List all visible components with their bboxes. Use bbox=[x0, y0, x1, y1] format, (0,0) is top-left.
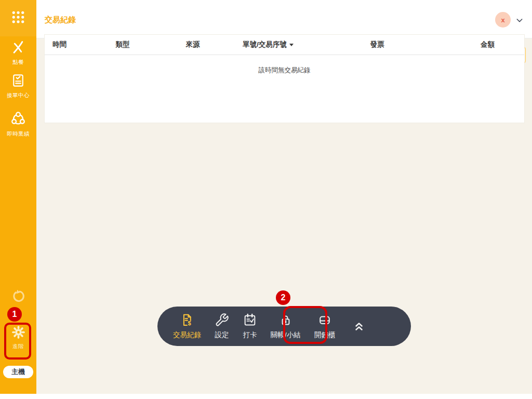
order-doc-icon bbox=[10, 73, 26, 90]
svg-text:$: $ bbox=[188, 320, 191, 326]
avatar-letter: x bbox=[501, 16, 504, 24]
sidebar-item-advanced[interactable]: 進階 bbox=[0, 325, 36, 350]
toolbar-item-label: 關帳/小結 bbox=[271, 330, 301, 340]
empty-state-message: 該時間無交易紀錄 bbox=[45, 66, 524, 75]
gear-icon bbox=[11, 325, 25, 341]
toolbar-item-close-account[interactable]: 關帳/小結 bbox=[271, 313, 301, 340]
column-header-time: 時間 bbox=[45, 40, 91, 49]
network-icon bbox=[10, 110, 26, 129]
toolbar-item-label: 開錢櫃 bbox=[314, 330, 336, 340]
calendar-check-icon bbox=[243, 313, 257, 329]
x-logo-icon bbox=[10, 39, 26, 57]
toolbar-collapse-button[interactable] bbox=[353, 320, 365, 333]
column-header-order-serial[interactable]: 單號/交易序號 bbox=[232, 40, 304, 49]
sort-caret-icon bbox=[289, 44, 294, 46]
wrench-icon bbox=[215, 313, 229, 329]
annotation-step-2-badge: 2 bbox=[276, 290, 290, 305]
toolbar-item-clock-in[interactable]: 打卡 bbox=[243, 313, 257, 340]
sidebar-item-label: 即時業績 bbox=[7, 130, 30, 138]
column-header-label: 單號/交易序號 bbox=[243, 41, 287, 48]
sidebar-item-label: 接單中心 bbox=[7, 92, 30, 99]
avatar[interactable]: x bbox=[495, 12, 511, 28]
table-header-row: 時間 類型 來源 單號/交易序號 發票 金額 bbox=[45, 35, 524, 55]
sidebar-refresh-button[interactable] bbox=[0, 289, 36, 307]
annotation-step-2-number: 2 bbox=[281, 293, 286, 302]
toolbar-item-transactions[interactable]: $ 交易紀錄 bbox=[173, 313, 201, 340]
cash-drawer-icon bbox=[317, 313, 332, 329]
bottom-toolbar: $ 交易紀錄 設定 bbox=[157, 307, 411, 346]
sidebar-item-order[interactable]: 點餐 bbox=[0, 39, 36, 66]
pos-app: 點餐 接單中心 即時業績 bbox=[0, 0, 532, 399]
double-chevron-up-icon bbox=[353, 326, 365, 335]
sidebar-item-label: 進階 bbox=[12, 343, 24, 350]
column-header-amount: 金額 bbox=[450, 40, 525, 49]
toolbar-item-label: 打卡 bbox=[243, 330, 257, 340]
sidebar-item-label: 點餐 bbox=[12, 59, 24, 66]
column-header-type: 類型 bbox=[91, 40, 154, 49]
top-bar: 交易紀錄 x bbox=[36, 0, 532, 38]
column-header-source: 來源 bbox=[154, 40, 232, 49]
column-header-invoice: 發票 bbox=[304, 40, 450, 49]
sidebar: 點餐 接單中心 即時業績 bbox=[0, 0, 36, 394]
receipt-dollar-icon: $ bbox=[180, 313, 194, 329]
grid-icon bbox=[10, 9, 26, 27]
toolbar-item-label: 交易紀錄 bbox=[173, 330, 201, 340]
account-chevron-down-icon[interactable] bbox=[515, 16, 524, 24]
page-title: 交易紀錄 bbox=[45, 15, 76, 25]
app-menu-button[interactable] bbox=[0, 0, 36, 36]
toolbar-item-settings[interactable]: 設定 bbox=[215, 313, 229, 340]
annotation-step-1-number: 1 bbox=[12, 310, 17, 319]
host-badge: 主機 bbox=[3, 366, 33, 378]
toolbar-item-open-drawer[interactable]: 開錢櫃 bbox=[314, 313, 336, 340]
transactions-table: 時間 類型 來源 單號/交易序號 發票 金額 該時間無交易紀錄 bbox=[44, 34, 525, 123]
sidebar-item-order-center[interactable]: 接單中心 bbox=[0, 73, 36, 99]
host-badge-label: 主機 bbox=[11, 367, 25, 377]
annotation-step-1-badge: 1 bbox=[7, 307, 22, 322]
sidebar-item-realtime-sales[interactable]: 即時業績 bbox=[0, 110, 36, 138]
padlock-icon bbox=[278, 313, 293, 329]
toolbar-item-label: 設定 bbox=[215, 330, 229, 340]
refresh-icon bbox=[10, 289, 26, 307]
